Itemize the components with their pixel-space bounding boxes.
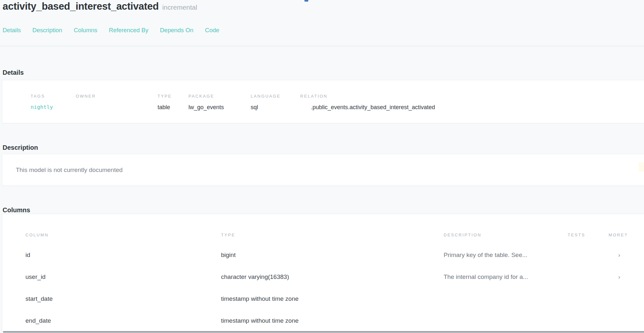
tab-description[interactable]: Description	[33, 27, 62, 34]
details-card: TAGS nightly OWNER TYPE table PACKAGE lw…	[2, 80, 644, 123]
tag-link[interactable]: nightly	[31, 103, 53, 111]
tab-bar: Details Description Columns Referenced B…	[3, 27, 219, 34]
table-row: end_date timestamp without time zone	[2, 310, 644, 332]
description-text: This model is not currently documented	[16, 154, 123, 186]
cell-column-type: timestamp without time zone	[221, 317, 444, 324]
page-header: activity_based_interest_activatedincreme…	[3, 1, 197, 12]
cell-column-type: timestamp without time zone	[221, 295, 444, 302]
field-label-language: LANGUAGE	[251, 94, 281, 99]
clipped-link-artifact	[304, 0, 308, 2]
cell-column-type: bigint	[221, 252, 444, 259]
column-header-type: TYPE	[221, 233, 444, 237]
column-header-tests: TESTS	[568, 233, 609, 237]
column-header-more: MORE?	[609, 233, 644, 237]
cell-column-name: id	[25, 252, 221, 259]
field-label-type: TYPE	[158, 94, 172, 99]
field-value-type: table	[158, 103, 172, 111]
section-heading-details: Details	[3, 69, 24, 76]
cell-column-name: end_date	[25, 317, 221, 324]
field-label-package: PACKAGE	[188, 94, 224, 99]
field-value-relation: .public_events.activity_based_interest_a…	[311, 103, 435, 111]
table-row: start_date timestamp without time zone	[2, 288, 644, 310]
tab-columns[interactable]: Columns	[74, 27, 97, 34]
section-heading-description: Description	[3, 144, 38, 151]
cell-column-name: start_date	[25, 295, 221, 302]
tab-details[interactable]: Details	[3, 27, 21, 34]
table-row[interactable]: id bigint Primary key of the table. See.…	[2, 244, 644, 266]
chevron-right-icon[interactable]: ›	[609, 252, 644, 259]
columns-card: COLUMN TYPE DESCRIPTION TESTS MORE? id b…	[2, 214, 644, 333]
chevron-right-icon[interactable]: ›	[609, 273, 644, 281]
column-header-description: DESCRIPTION	[444, 233, 568, 237]
cell-column-description: Primary key of the table. See...	[444, 252, 568, 259]
table-row[interactable]: user_id character varying(16383) The int…	[2, 266, 644, 288]
cell-column-name: user_id	[25, 273, 221, 281]
cell-column-description: The internal company id for a...	[444, 273, 568, 281]
tab-code[interactable]: Code	[205, 27, 219, 34]
tab-depends-on[interactable]: Depends On	[160, 27, 193, 34]
field-value-package: lw_go_events	[188, 103, 224, 111]
horizontal-scrollbar[interactable]	[3, 331, 644, 333]
field-package: PACKAGE lw_go_events	[188, 94, 224, 111]
tab-referenced-by[interactable]: Referenced By	[109, 27, 148, 34]
field-label-relation: RELATION	[300, 94, 435, 99]
column-header-column: COLUMN	[25, 233, 221, 237]
field-label-owner: OWNER	[76, 94, 96, 99]
column-table-body: id bigint Primary key of the table. See.…	[2, 244, 644, 332]
column-table-header: COLUMN TYPE DESCRIPTION TESTS MORE?	[2, 232, 644, 237]
section-heading-columns: Columns	[3, 206, 30, 214]
field-label-tags: TAGS	[31, 94, 53, 99]
field-value-language: sql	[251, 103, 281, 111]
materialization-badge: incremental	[162, 4, 197, 11]
description-card: This model is not currently documented	[2, 154, 644, 186]
field-owner: OWNER	[76, 94, 96, 103]
field-tags: TAGS nightly	[31, 94, 53, 111]
field-language: LANGUAGE sql	[251, 94, 281, 111]
header-divider	[0, 46, 644, 46]
field-type: TYPE table	[158, 94, 172, 111]
field-relation: RELATION .public_events.activity_based_i…	[300, 94, 435, 111]
page-title: activity_based_interest_activated	[3, 1, 159, 12]
clipped-edge-artifact	[639, 162, 644, 172]
cell-column-type: character varying(16383)	[221, 273, 444, 281]
